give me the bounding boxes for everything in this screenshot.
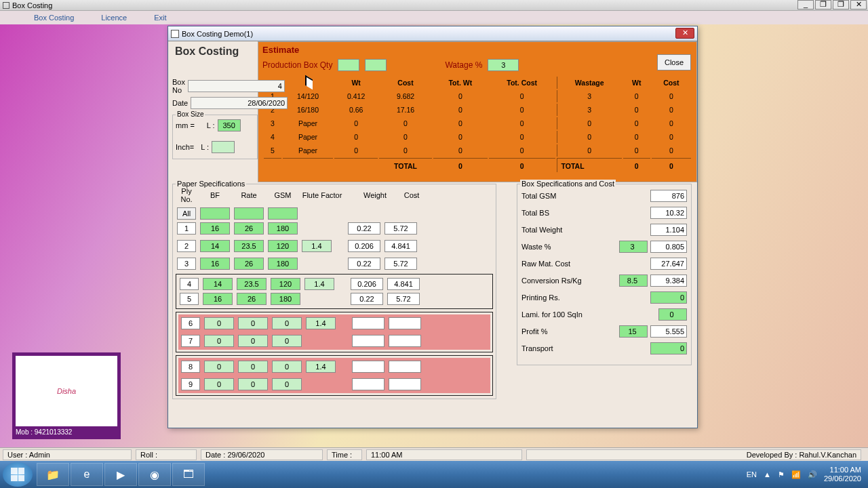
ply-input[interactable] (177, 222, 196, 235)
boxcost-val-input[interactable] (650, 258, 687, 270)
ply-input[interactable] (180, 278, 199, 290)
gsm-input[interactable] (268, 258, 298, 270)
gsm-input[interactable] (268, 222, 298, 235)
boxno-input[interactable] (188, 80, 285, 92)
menu-exit[interactable]: Exit (154, 14, 166, 22)
bf-input[interactable] (204, 335, 234, 347)
task-ie-icon[interactable]: e (71, 463, 103, 486)
rate-input[interactable] (237, 293, 267, 305)
cost-input[interactable] (389, 335, 421, 347)
boxcost-val-input[interactable] (650, 190, 687, 202)
gsm-input[interactable] (272, 317, 302, 329)
ply-input[interactable] (180, 293, 199, 305)
bf-input[interactable] (203, 278, 233, 290)
rate-input[interactable] (238, 317, 268, 329)
bf-input[interactable] (204, 378, 234, 390)
cost-input[interactable] (389, 317, 421, 329)
bf-input[interactable] (200, 258, 230, 270)
cost-input[interactable] (387, 278, 420, 290)
tray-action-icon[interactable]: ⚑ (778, 470, 785, 479)
cost-input[interactable] (389, 378, 421, 390)
cost-input[interactable] (389, 361, 421, 373)
weight-input[interactable] (352, 317, 384, 329)
weight-input[interactable] (351, 278, 383, 290)
cost-input[interactable] (384, 258, 417, 270)
boxcost-val-input[interactable] (650, 291, 687, 304)
outer-min-button[interactable]: _ (797, 0, 814, 9)
flute-input[interactable] (306, 361, 336, 373)
all-bf[interactable] (200, 207, 230, 220)
prod-qty-input-2[interactable] (365, 59, 387, 71)
rate-input[interactable] (237, 278, 267, 290)
bf-input[interactable] (200, 222, 230, 235)
all-rate[interactable] (234, 207, 264, 220)
outer-max-button[interactable]: ❐ (833, 0, 849, 9)
task-chrome-icon[interactable]: ◉ (138, 463, 171, 486)
mm-L-input[interactable] (218, 119, 241, 131)
mdi-titlebar[interactable]: Box Costing Demo(1) ✕ (168, 26, 697, 41)
flute-input[interactable] (302, 240, 332, 252)
tray-clock[interactable]: 11:00 AM29/06/2020 (824, 466, 861, 483)
bf-input[interactable] (200, 240, 230, 252)
gsm-input[interactable] (268, 240, 298, 252)
flute-input[interactable] (304, 278, 334, 290)
weight-input[interactable] (352, 378, 384, 390)
rate-input[interactable] (238, 378, 268, 390)
weight-input[interactable] (352, 335, 384, 347)
boxcost-mid-input[interactable] (658, 308, 687, 321)
gsm-input[interactable] (271, 293, 300, 305)
rate-input[interactable] (238, 361, 268, 373)
outer-restore-button[interactable]: ❐ (815, 0, 831, 9)
rate-input[interactable] (234, 258, 264, 270)
rate-input[interactable] (238, 335, 268, 347)
boxcost-mid-input[interactable] (619, 274, 648, 287)
rate-input[interactable] (234, 240, 264, 252)
ply-input[interactable] (181, 335, 200, 347)
gsm-input[interactable] (272, 378, 302, 390)
inch-L-input[interactable] (212, 141, 235, 153)
task-explorer-icon[interactable]: 📁 (37, 463, 69, 486)
menu-boxcosting[interactable]: Box Costing (34, 14, 74, 22)
task-app-icon[interactable]: 🗔 (172, 463, 205, 486)
ply-input[interactable] (177, 240, 196, 252)
tray-lang[interactable]: EN (747, 470, 757, 479)
weight-input[interactable] (348, 222, 380, 235)
gsm-input[interactable] (271, 278, 300, 290)
mdi-close-button[interactable]: ✕ (675, 28, 694, 39)
bf-input[interactable] (203, 293, 233, 305)
task-media-icon[interactable]: ▶ (104, 463, 137, 486)
tray-vol-icon[interactable]: 🔊 (808, 470, 817, 479)
cost-input[interactable] (384, 240, 417, 252)
boxcost-val-input[interactable] (650, 274, 687, 287)
weight-input[interactable] (348, 258, 380, 270)
bf-input[interactable] (204, 317, 234, 329)
weight-input[interactable] (348, 240, 380, 252)
boxcost-val-input[interactable] (650, 241, 687, 253)
boxcost-mid-input[interactable] (619, 325, 648, 338)
start-button[interactable] (3, 462, 33, 487)
prod-qty-input-1[interactable] (338, 59, 359, 71)
flute-input[interactable] (306, 317, 336, 329)
boxcost-mid-input[interactable] (619, 241, 648, 253)
menu-licence[interactable]: Licence (101, 14, 127, 22)
ply-input[interactable] (181, 378, 200, 390)
ply-all-button[interactable]: All (177, 207, 196, 220)
date-input[interactable] (191, 97, 288, 109)
bf-input[interactable] (204, 361, 234, 373)
rate-input[interactable] (234, 222, 264, 235)
weight-input[interactable] (352, 361, 384, 373)
ply-input[interactable] (181, 361, 200, 373)
boxcost-val-input[interactable] (650, 325, 687, 338)
boxcost-val-input[interactable] (650, 224, 687, 236)
boxcost-val-input[interactable] (650, 207, 687, 219)
cost-input[interactable] (384, 222, 417, 235)
weight-input[interactable] (351, 293, 383, 305)
gsm-input[interactable] (272, 361, 302, 373)
gsm-input[interactable] (272, 335, 302, 347)
tray-net-icon[interactable]: 📶 (791, 470, 801, 479)
outer-close-button[interactable]: ✕ (850, 0, 867, 9)
ply-input[interactable] (181, 317, 200, 329)
system-tray[interactable]: EN ▲ ⚑ 📶 🔊 11:00 AM29/06/2020 (747, 466, 865, 483)
cost-input[interactable] (387, 293, 420, 305)
watage-input[interactable] (488, 59, 519, 71)
